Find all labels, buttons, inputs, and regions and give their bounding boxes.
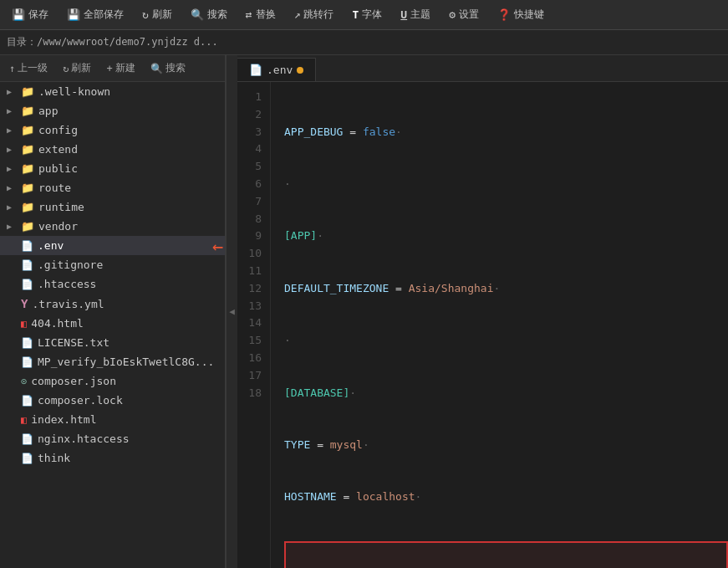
chevron-icon: ▶ (7, 222, 17, 231)
sidebar-item-htaccess[interactable]: 📄 .htaccess (0, 274, 225, 294)
sidebar-item-extend[interactable]: ▶ 📁 extend (0, 140, 225, 159)
tree-item-label: nginx.htaccess (38, 432, 130, 445)
tab-warning-dot (297, 67, 303, 74)
font-button[interactable]: T 字体 (344, 4, 390, 25)
sidebar-refresh-button[interactable]: ↻ 刷新 (59, 59, 95, 77)
goto-icon: ↗ (294, 8, 301, 21)
file-icon: 📄 (21, 337, 33, 349)
settings-button[interactable]: ⚙ 设置 (440, 4, 487, 25)
tree-item-label: 404.html (31, 317, 84, 330)
line-numbers: 12345 678910 1112131415 161718 (237, 82, 271, 568)
tree-item-label: composer.lock (38, 394, 123, 407)
file-icon: 📄 (21, 433, 33, 445)
tree-item-label: .well-known (38, 85, 110, 98)
tree-item-label: route (38, 182, 71, 194)
sidebar-item-runtime[interactable]: ▶ 📁 runtime (0, 197, 225, 217)
search-button[interactable]: 🔍 搜索 (182, 4, 236, 25)
theme-icon: U (400, 8, 407, 21)
code-line-4: DEFAULT_TIMEZONE = Asia/Shanghai· (284, 280, 728, 298)
up-icon: ↑ (9, 63, 15, 74)
file-icon: 📄 (21, 356, 33, 368)
sidebar-item-travis[interactable]: Y .travis.yml (0, 294, 225, 314)
tree-item-label: app (38, 105, 58, 117)
sidebar-item-license[interactable]: 📄 LICENSE.txt (0, 333, 225, 352)
sidebar-item-404[interactable]: ◧ 404.html (0, 314, 225, 333)
file-icon: 📄 (21, 453, 33, 464)
chevron-icon: ▶ (7, 125, 17, 135)
main-area: ↑ 上一级 ↻ 刷新 + 新建 🔍 搜索 ▶ 📁 .well-known (0, 55, 728, 568)
font-icon: T (352, 8, 359, 21)
sidebar-item-mp-verify[interactable]: 📄 MP_verify_bIoEskTwetlC8G... (0, 352, 225, 371)
sidebar-item-composer-json[interactable]: ⊙ composer.json (0, 371, 225, 391)
theme-button[interactable]: U 主题 (392, 4, 439, 25)
sidebar-item-well-known[interactable]: ▶ 📁 .well-known (0, 82, 225, 101)
up-level-button[interactable]: ↑ 上一级 (5, 59, 52, 77)
code-line-6: [DATABASE]· (284, 385, 728, 402)
save-all-icon: 💾 (67, 8, 80, 21)
sidebar-item-app[interactable]: ▶ 📁 app (0, 101, 225, 120)
chevron-icon: ▶ (7, 183, 17, 192)
sidebar-item-composer-lock[interactable]: 📄 composer.lock (0, 391, 225, 410)
collapse-sidebar-handle[interactable]: ◀ (226, 55, 237, 568)
folder-icon: 📁 (21, 182, 34, 194)
env-tab[interactable]: 📄 .env (237, 58, 316, 81)
chevron-icon: ▶ (7, 164, 17, 173)
sidebar-item-vendor[interactable]: ▶ 📁 vendor (0, 217, 225, 236)
file-icon: 📄 (21, 259, 33, 271)
sidebar-item-env[interactable]: 📄 .env (0, 236, 225, 255)
new-file-button[interactable]: + 新建 (102, 59, 139, 77)
tab-bar: 📄 .env (237, 55, 728, 82)
save-button[interactable]: 💾 保存 (3, 4, 57, 25)
tree-item-label: extend (38, 143, 78, 156)
tree-item-label: vendor (38, 220, 78, 233)
save-all-button[interactable]: 💾 全部保存 (59, 4, 132, 25)
toolbar: 💾 保存 💾 全部保存 ↻ 刷新 🔍 搜索 ⇄ 替换 ↗ 跳转行 T 字体 U … (0, 0, 728, 30)
code-line-1: APP_DEBUG = false· (284, 124, 728, 141)
sidebar-item-think[interactable]: 📄 think (0, 448, 225, 468)
folder-icon: 📁 (21, 162, 34, 175)
sidebar-item-gitignore[interactable]: 📄 .gitignore (0, 255, 225, 274)
path-text: 目录：/www/wwwroot/demo7.ynjdzz d... (7, 35, 218, 49)
code-line-7: TYPE = mysql· (284, 437, 728, 454)
chevron-icon: ▶ (7, 106, 17, 115)
refresh-button[interactable]: ↻ 刷新 (134, 4, 181, 25)
sidebar-item-route[interactable]: ▶ 📁 route (0, 178, 225, 197)
tab-label: .env (267, 64, 293, 76)
folder-icon: 📁 (21, 201, 34, 213)
sidebar-refresh-icon: ↻ (63, 63, 69, 74)
collapse-icon: ◀ (229, 306, 235, 317)
chevron-icon: ▶ (7, 145, 17, 154)
folder-icon: 📁 (21, 143, 34, 156)
plus-icon: + (106, 63, 112, 74)
tree-item-label: .env (38, 239, 64, 252)
tab-file-icon: 📄 (249, 64, 262, 76)
path-bar: 目录：/www/wwwroot/demo7.ynjdzz d... (0, 30, 728, 55)
sidebar-item-public[interactable]: ▶ 📁 public (0, 159, 225, 178)
code-editor[interactable]: 12345 678910 1112131415 161718 APP_DEBUG… (237, 82, 728, 568)
sidebar-search-button[interactable]: 🔍 搜索 (146, 59, 190, 77)
file-icon: Y (21, 297, 28, 310)
shortcut-button[interactable]: ❓ 快捷键 (489, 4, 552, 25)
refresh-icon: ↻ (142, 8, 149, 21)
sidebar: ↑ 上一级 ↻ 刷新 + 新建 🔍 搜索 ▶ 📁 .well-known (0, 55, 226, 568)
gear-icon: ⚙ (449, 8, 456, 21)
file-icon: ⊙ (21, 376, 27, 387)
folder-icon: 📁 (21, 85, 34, 98)
chevron-icon: ▶ (7, 87, 17, 96)
file-icon: 📄 (21, 240, 33, 252)
sidebar-item-config[interactable]: ▶ 📁 config (0, 120, 225, 140)
file-tree: ▶ 📁 .well-known ▶ 📁 app ▶ 📁 config ▶ 📁 e… (0, 82, 225, 568)
tree-item-label: composer.json (31, 375, 116, 387)
code-content: APP_DEBUG = false· · [APP]· DEFAULT_TIME… (271, 82, 728, 568)
tree-item-label: index.html (31, 413, 96, 426)
goto-line-button[interactable]: ↗ 跳转行 (286, 4, 343, 25)
sidebar-item-nginx[interactable]: 📄 nginx.htaccess (0, 429, 225, 448)
file-icon: ◧ (21, 414, 27, 426)
sidebar-item-index-html[interactable]: ◧ index.html (0, 410, 225, 429)
save-icon: 💾 (12, 8, 25, 21)
replace-button[interactable]: ⇄ 替换 (237, 4, 284, 25)
code-line-3: [APP]· (284, 228, 728, 245)
file-icon: ◧ (21, 318, 27, 330)
tree-item-label: .gitignore (38, 258, 103, 271)
editor-area: 📄 .env 12345 678910 1112131415 161718 AP… (237, 55, 728, 568)
